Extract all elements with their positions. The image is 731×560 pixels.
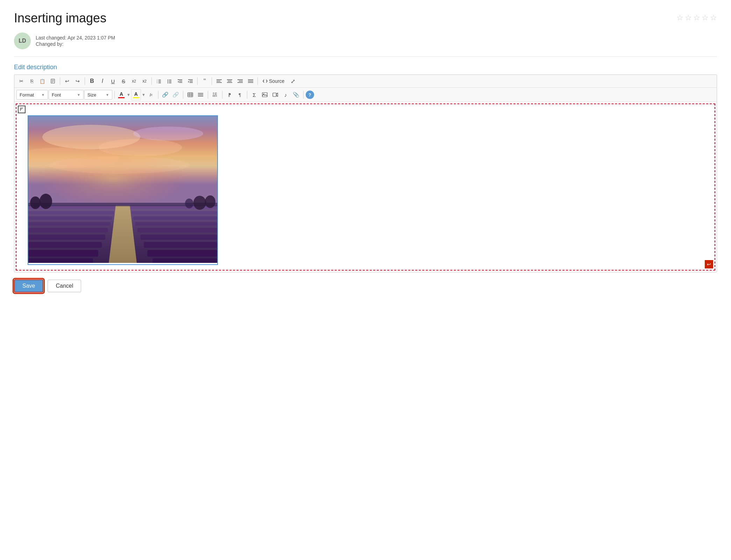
svg-point-80 xyxy=(30,196,41,209)
subscript-button[interactable]: x2 xyxy=(129,76,139,86)
meta-text: Last changed: Apr 24, 2023 1:07 PM Chang… xyxy=(36,35,115,47)
unordered-list-button[interactable] xyxy=(164,76,174,86)
italic-button[interactable]: I xyxy=(98,76,107,86)
table-button[interactable] xyxy=(185,90,195,100)
star-3[interactable]: ☆ xyxy=(693,13,700,22)
source-label: Source xyxy=(269,78,284,84)
strikethrough-button[interactable]: S xyxy=(119,76,128,86)
save-button[interactable]: Save xyxy=(14,279,43,293)
resize-handle-br[interactable]: ↩ xyxy=(705,260,713,268)
image-container[interactable] xyxy=(28,115,218,265)
svg-rect-64 xyxy=(28,222,111,226)
insert-video-button[interactable] xyxy=(270,90,280,100)
insert-image-button[interactable] xyxy=(260,90,270,100)
font-arrow: ▼ xyxy=(77,93,80,97)
sep-8 xyxy=(158,91,158,99)
toolbar-row-1: ✂ ⎘ 📋 ↩ ↪ B I U S x2 x2 123 xyxy=(14,75,717,88)
bg-color-bar xyxy=(133,97,139,98)
sep-12 xyxy=(247,91,247,99)
bold-button[interactable]: B xyxy=(87,76,97,86)
format-label: Format xyxy=(20,92,34,98)
svg-rect-68 xyxy=(28,250,98,257)
star-5[interactable]: ☆ xyxy=(710,13,717,22)
paste-text-button[interactable] xyxy=(48,76,58,86)
cancel-button[interactable]: Cancel xyxy=(48,280,81,292)
superscript-button[interactable]: x2 xyxy=(140,76,149,86)
unlink-button[interactable]: 🔗 xyxy=(171,90,181,100)
sep-3 xyxy=(151,77,152,85)
font-color-arrow[interactable]: ▼ xyxy=(127,93,130,97)
language-button[interactable]: 話 xyxy=(210,90,220,100)
font-color-bar xyxy=(118,97,125,98)
special-char-button[interactable]: Σ xyxy=(249,90,259,100)
svg-rect-65 xyxy=(28,228,108,232)
align-left-button[interactable] xyxy=(214,76,224,86)
star-4[interactable]: ☆ xyxy=(702,13,709,22)
clear-format-button[interactable]: Ix xyxy=(146,90,156,100)
source-button[interactable]: Source xyxy=(260,76,287,86)
svg-rect-36 xyxy=(188,93,193,97)
format-dropdown[interactable]: Format ▼ xyxy=(16,90,48,100)
svg-rect-44 xyxy=(262,93,267,97)
svg-point-56 xyxy=(133,127,203,141)
svg-point-81 xyxy=(40,194,52,209)
page-title: Inserting images xyxy=(14,10,106,26)
svg-rect-75 xyxy=(140,235,217,240)
cut-button[interactable]: ✂ xyxy=(16,76,26,86)
paste-button[interactable]: 📋 xyxy=(37,76,47,86)
ordered-list-button[interactable]: 123 xyxy=(154,76,164,86)
align-center-button[interactable] xyxy=(225,76,234,86)
bg-color-arrow[interactable]: ▼ xyxy=(142,93,146,97)
font-color-label: A xyxy=(120,91,123,97)
blockquote-button[interactable]: " xyxy=(200,76,210,86)
ltr-button[interactable]: ⁋ xyxy=(225,90,234,100)
attachment-button[interactable]: 📎 xyxy=(291,90,301,100)
svg-rect-71 xyxy=(132,211,217,214)
redo-button[interactable]: ↪ xyxy=(73,76,83,86)
fullscreen-button[interactable]: ⤢ xyxy=(288,76,298,86)
table-align-button[interactable] xyxy=(196,90,206,100)
svg-rect-69 xyxy=(28,258,93,263)
svg-rect-67 xyxy=(28,242,102,248)
star-2[interactable]: ☆ xyxy=(685,13,692,22)
rtl-button[interactable]: ¶ xyxy=(235,90,245,100)
sep-1 xyxy=(60,77,60,85)
underline-button[interactable]: U xyxy=(108,76,118,86)
justify-button[interactable] xyxy=(246,76,255,86)
format-arrow: ▼ xyxy=(41,93,45,97)
star-rating[interactable]: ☆ ☆ ☆ ☆ ☆ xyxy=(676,13,717,22)
svg-point-13 xyxy=(167,79,168,80)
svg-rect-78 xyxy=(152,258,217,263)
sep-4 xyxy=(197,77,198,85)
toolbar: ✂ ⎘ 📋 ↩ ↪ B I U S x2 x2 123 xyxy=(14,75,717,102)
undo-button[interactable]: ↩ xyxy=(62,76,72,86)
insert-audio-button[interactable]: ♪ xyxy=(281,90,291,100)
svg-rect-74 xyxy=(137,228,217,232)
sep-9 xyxy=(183,91,183,99)
help-button[interactable]: ? xyxy=(306,91,314,99)
resize-handle-tl[interactable] xyxy=(18,106,26,113)
font-dropdown[interactable]: Font ▼ xyxy=(49,90,84,100)
editor-wrapper: ✂ ⎘ 📋 ↩ ↪ B I U S x2 x2 123 xyxy=(14,74,717,272)
sep-6 xyxy=(257,77,258,85)
indent-button[interactable] xyxy=(185,76,195,86)
star-1[interactable]: ☆ xyxy=(676,13,683,22)
outdent-button[interactable] xyxy=(175,76,185,86)
svg-point-84 xyxy=(185,199,193,208)
link-button[interactable]: 🔗 xyxy=(161,90,170,100)
svg-rect-62 xyxy=(28,211,114,214)
editor-content[interactable]: ↩ xyxy=(14,102,717,272)
last-changed: Last changed: Apr 24, 2023 1:07 PM xyxy=(36,35,115,41)
meta-section: LD Last changed: Apr 24, 2023 1:07 PM Ch… xyxy=(14,33,717,57)
bg-color-button[interactable]: A xyxy=(131,89,141,100)
sep-13 xyxy=(303,91,304,99)
size-label: Size xyxy=(87,92,96,98)
font-color-button[interactable]: A xyxy=(117,89,126,100)
lavender-image xyxy=(28,116,217,263)
svg-marker-19 xyxy=(178,81,179,82)
size-dropdown[interactable]: Size ▼ xyxy=(84,90,112,100)
svg-rect-72 xyxy=(133,216,217,220)
svg-point-82 xyxy=(193,196,206,210)
copy-button[interactable]: ⎘ xyxy=(27,76,37,86)
align-right-button[interactable] xyxy=(235,76,245,86)
